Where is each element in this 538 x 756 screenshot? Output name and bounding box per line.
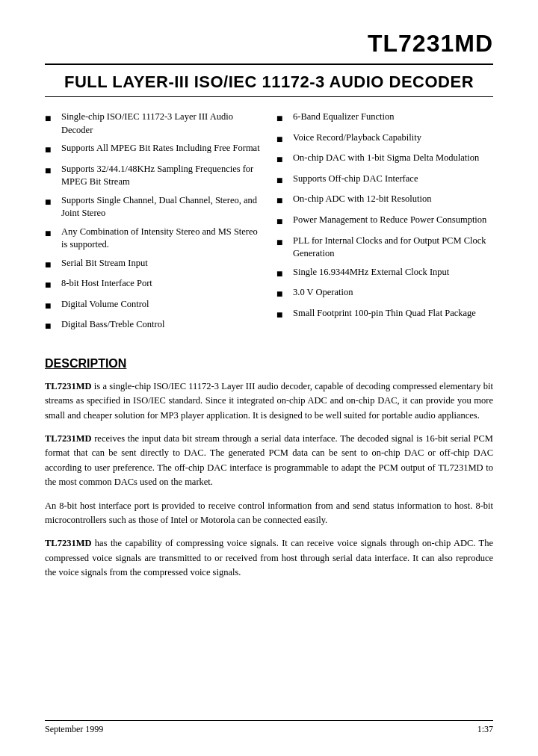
title-divider: [45, 96, 493, 97]
feature-left-item: ■Supports All MPEG Bit Rates Including F…: [45, 142, 262, 158]
bullet-icon: ■: [276, 193, 288, 208]
feature-left-text: Digital Bass/Treble Control: [61, 318, 262, 332]
features-right-col: ■6-Band Equalizer Function■Voice Record/…: [276, 111, 493, 339]
feature-right-text: On-chip ADC with 12-bit Resolution: [293, 193, 493, 206]
feature-right-item: ■Supports Off-chip DAC Interface: [276, 173, 493, 188]
feature-left-text: Single-chip ISO/IEC 11172-3 Layer III Au…: [61, 111, 262, 137]
feature-left-item: ■Supports 32/44.1/48KHz Sampling Frequen…: [45, 163, 262, 189]
feature-right-text: 3.0 V Operation: [293, 286, 493, 300]
feature-right-text: On-chip DAC with 1-bit Sigma Delta Modul…: [293, 152, 493, 165]
description-para: TL7231MD has the capability of compressi…: [45, 536, 493, 580]
description-para: TL7231MD is a single-chip ISO/IEC 11172-…: [45, 379, 493, 423]
feature-left-item: ■Any Combination of Intensity Stereo and…: [45, 226, 262, 252]
feature-right-text: Supports Off-chip DAC Interface: [293, 173, 493, 186]
feature-right-item: ■3.0 V Operation: [276, 286, 493, 302]
bullet-icon: ■: [276, 287, 288, 302]
feature-left-text: Digital Volume Control: [61, 298, 262, 312]
bullet-icon: ■: [45, 319, 57, 334]
feature-right-item: ■PLL for Internal Clocks and for Output …: [276, 235, 493, 261]
feature-right-text: Power Management to Reduce Power Consump…: [293, 214, 493, 227]
feature-left-item: ■8-bit Host Interface Port: [45, 277, 262, 293]
bullet-icon: ■: [276, 173, 288, 188]
bullet-icon: ■: [45, 278, 57, 293]
page: TL7231MD FULL LAYER-III ISO/IEC 11172-3 …: [0, 0, 538, 756]
bullet-icon: ■: [276, 308, 288, 323]
feature-right-item: ■6-Band Equalizer Function: [276, 111, 493, 126]
chip-title: TL7231MD: [45, 30, 493, 58]
features-left-col: ■Single-chip ISO/IEC 11172-3 Layer III A…: [45, 111, 262, 339]
feature-right-item: ■Single 16.9344MHz External Clock Input: [276, 266, 493, 282]
feature-right-item: ■On-chip ADC with 12-bit Resolution: [276, 193, 493, 208]
feature-right-text: 6-Band Equalizer Function: [293, 111, 493, 124]
feature-left-item: ■Digital Bass/Treble Control: [45, 318, 262, 334]
features-section: ■Single-chip ISO/IEC 11172-3 Layer III A…: [45, 111, 493, 339]
feature-right-item: ■Voice Record/Playback Capability: [276, 131, 493, 147]
bullet-icon: ■: [45, 111, 57, 126]
bullet-icon: ■: [45, 258, 57, 273]
product-title: FULL LAYER-III ISO/IEC 11172-3 AUDIO DEC…: [45, 72, 493, 92]
footer-page: 1:37: [477, 724, 493, 735]
bullet-icon: ■: [45, 143, 57, 158]
bullet-icon: ■: [276, 111, 288, 126]
feature-left-item: ■Digital Volume Control: [45, 298, 262, 314]
feature-left-text: Supports Single Channel, Dual Channel, S…: [61, 194, 262, 220]
feature-left-text: Supports All MPEG Bit Rates Including Fr…: [61, 142, 262, 155]
bullet-icon: ■: [276, 152, 288, 167]
bullet-icon: ■: [276, 267, 288, 282]
description-paragraphs: TL7231MD is a single-chip ISO/IEC 11172-…: [45, 379, 493, 580]
bullet-icon: ■: [276, 235, 288, 250]
feature-left-text: Any Combination of Intensity Stereo and …: [61, 226, 262, 252]
feature-right-text: Single 16.9344MHz External Clock Input: [293, 266, 493, 279]
bullet-icon: ■: [276, 214, 288, 229]
feature-left-item: ■Serial Bit Stream Input: [45, 257, 262, 273]
description-para: TL7231MD receives the input data bit str…: [45, 432, 493, 490]
feature-right-text: Voice Record/Playback Capability: [293, 131, 493, 145]
feature-left-item: ■Supports Single Channel, Dual Channel, …: [45, 194, 262, 220]
description-title: DESCRIPTION: [45, 357, 493, 371]
feature-right-item: ■Small Footprint 100-pin Thin Quad Flat …: [276, 307, 493, 323]
feature-right-item: ■On-chip DAC with 1-bit Sigma Delta Modu…: [276, 152, 493, 167]
footer-date: September 1999: [45, 724, 103, 735]
description-para: An 8-bit host interface port is provided…: [45, 499, 493, 528]
feature-left-text: Supports 32/44.1/48KHz Sampling Frequenc…: [61, 163, 262, 189]
feature-left-item: ■Single-chip ISO/IEC 11172-3 Layer III A…: [45, 111, 262, 137]
bullet-icon: ■: [45, 226, 57, 241]
feature-right-text: PLL for Internal Clocks and for Output P…: [293, 235, 493, 261]
page-footer: September 1999 1:37: [45, 720, 493, 735]
bullet-icon: ■: [45, 195, 57, 210]
feature-right-item: ■Power Management to Reduce Power Consum…: [276, 214, 493, 229]
bullet-icon: ■: [45, 299, 57, 314]
feature-right-text: Small Footprint 100-pin Thin Quad Flat P…: [293, 307, 493, 320]
feature-left-text: Serial Bit Stream Input: [61, 257, 262, 270]
feature-left-text: 8-bit Host Interface Port: [61, 277, 262, 291]
header-divider: [45, 63, 493, 65]
bullet-icon: ■: [45, 164, 57, 179]
bullet-icon: ■: [276, 132, 288, 147]
description-section: DESCRIPTION TL7231MD is a single-chip IS…: [45, 357, 493, 580]
